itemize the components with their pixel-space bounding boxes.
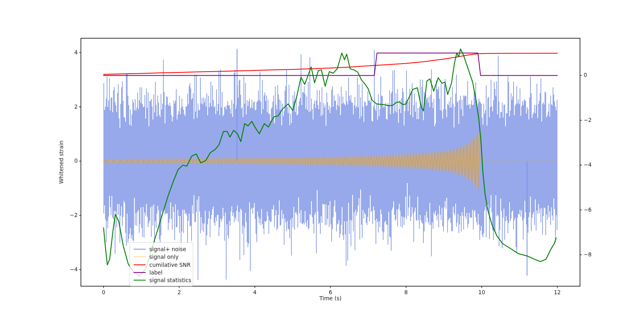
left-tick-label: 4 xyxy=(57,49,78,56)
legend: signal+ noise signal only cumilative SNR… xyxy=(130,242,193,286)
x-tick-label: 4 xyxy=(246,289,264,295)
x-tick-label: 10 xyxy=(473,289,491,295)
right-tick-label: 0 xyxy=(584,72,605,78)
legend-label: cumilative SNR xyxy=(149,261,191,268)
right-tick-label: −4 xyxy=(584,161,605,168)
legend-label: signal statistics xyxy=(149,277,191,284)
legend-item-signal-noise: signal+ noise xyxy=(134,246,190,253)
legend-item-signal-statistics: signal statistics xyxy=(134,277,190,284)
matplotlib-figure: Whitened strain Time (s) 024681012420−2−… xyxy=(0,0,644,322)
legend-item-signal-only: signal only xyxy=(134,253,190,260)
legend-line-signal-statistics xyxy=(134,280,146,281)
left-tick-label: 0 xyxy=(57,157,78,164)
right-tick-label: −2 xyxy=(584,117,605,123)
legend-item-label: label xyxy=(134,269,190,276)
x-tick-label: 8 xyxy=(397,289,415,295)
legend-item-cumilative-snr: cumilative SNR xyxy=(134,261,190,268)
x-tick-label: 2 xyxy=(170,289,188,295)
legend-label: signal only xyxy=(149,253,179,260)
left-tick-label: −2 xyxy=(57,212,78,218)
legend-line-signal-only xyxy=(134,256,146,257)
left-tick-label: 2 xyxy=(57,103,78,110)
plot-canvas xyxy=(0,0,644,322)
legend-label: label xyxy=(149,269,163,276)
legend-label: signal+ noise xyxy=(149,246,186,253)
x-tick-label: 6 xyxy=(322,289,339,295)
x-tick-label: 0 xyxy=(95,289,112,295)
legend-line-signal-noise xyxy=(134,249,146,250)
legend-line-label xyxy=(134,272,146,273)
left-tick-label: −4 xyxy=(57,266,78,272)
x-tick-label: 12 xyxy=(549,289,566,295)
legend-line-cumilative-snr xyxy=(134,264,146,265)
x-axis-label: Time (s) xyxy=(320,295,342,301)
right-tick-label: −6 xyxy=(584,206,605,213)
right-tick-label: −8 xyxy=(584,251,605,258)
